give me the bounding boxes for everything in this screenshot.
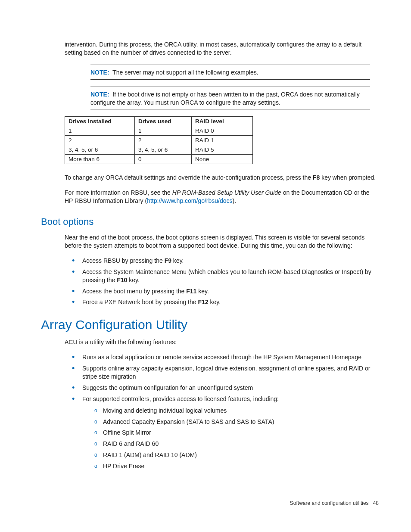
list-item: Offline Split Mirror bbox=[94, 429, 379, 437]
acu-intro: ACU is a utility with the following feat… bbox=[65, 338, 379, 346]
table-cell: RAID 5 bbox=[192, 145, 253, 155]
list-item: Supports online array capacity expansion… bbox=[72, 364, 379, 381]
note-label: NOTE: bbox=[90, 69, 109, 76]
page-content: intervention. During this process, the O… bbox=[0, 0, 411, 503]
acu-heading: Array Configuration Utility bbox=[41, 317, 379, 332]
acu-bullets: Runs as a local application or remote se… bbox=[41, 353, 379, 470]
boot-bullets: Access RBSU by pressing the F9 key. Acce… bbox=[41, 257, 379, 306]
intro-paragraph: intervention. During this process, the O… bbox=[65, 40, 379, 57]
text: For supported controllers, provides acce… bbox=[82, 395, 279, 402]
list-item: For supported controllers, provides acce… bbox=[72, 395, 379, 470]
text: To change any ORCA default settings and … bbox=[65, 174, 313, 181]
note-label: NOTE: bbox=[90, 91, 109, 98]
footer-text: Software and configuration utilities bbox=[290, 500, 369, 506]
list-item: HP Drive Erase bbox=[94, 462, 379, 470]
table-cell: None bbox=[192, 155, 253, 164]
text: key. bbox=[209, 299, 221, 305]
key-f10: F10 bbox=[117, 277, 127, 283]
rbsu-link[interactable]: http://www.hp.com/go/rbsu/docs bbox=[147, 197, 232, 204]
table-cell: RAID 0 bbox=[192, 126, 253, 136]
text: key when prompted. bbox=[320, 174, 376, 181]
list-item: RAID 1 (ADM) and RAID 10 (ADM) bbox=[94, 451, 379, 459]
page-number: 48 bbox=[373, 500, 379, 506]
table-cell: 3, 4, 5, or 6 bbox=[65, 145, 135, 155]
list-item: RAID 6 and RAID 60 bbox=[94, 440, 379, 448]
list-item: Moving and deleting individual logical v… bbox=[94, 407, 379, 415]
text: key. bbox=[171, 257, 184, 264]
boot-intro: Near the end of the boot process, the bo… bbox=[65, 233, 379, 250]
table-cell: 0 bbox=[135, 155, 192, 164]
change-settings-para: To change any ORCA default settings and … bbox=[65, 174, 379, 182]
list-item: Access the System Maintenance Menu (whic… bbox=[72, 268, 379, 284]
text: For more information on RBSU, see the bbox=[65, 189, 172, 196]
table-cell: 1 bbox=[135, 126, 192, 136]
note-box-1: NOTE: The server may not support all the… bbox=[90, 65, 370, 80]
text: key. bbox=[196, 288, 209, 295]
text: key. bbox=[127, 277, 140, 283]
table-cell: 1 bbox=[65, 126, 135, 136]
note-text: The server may not support all the follo… bbox=[112, 69, 258, 76]
table-cell: 2 bbox=[65, 136, 135, 145]
list-item: Force a PXE Network boot by pressing the… bbox=[72, 298, 379, 306]
table-header: Drives installed bbox=[65, 117, 135, 126]
list-item: Access RBSU by pressing the F9 key. bbox=[72, 257, 379, 265]
list-item: Advanced Capacity Expansion (SATA to SAS… bbox=[94, 418, 379, 426]
table-cell: 2 bbox=[135, 136, 192, 145]
table-header: Drives used bbox=[135, 117, 192, 126]
page-footer: Software and configuration utilities 48 bbox=[290, 500, 379, 506]
list-item: Suggests the optimum configuration for a… bbox=[72, 384, 379, 392]
note-text: If the boot drive is not empty or has be… bbox=[90, 91, 360, 106]
table-row: 2 2 RAID 1 bbox=[65, 136, 253, 145]
key-f9: F9 bbox=[165, 257, 171, 264]
table-row: More than 6 0 None bbox=[65, 155, 253, 164]
note-box-2: NOTE: If the boot drive is not empty or … bbox=[90, 87, 370, 110]
text: Force a PXE Network boot by pressing the bbox=[82, 299, 198, 305]
key-f11: F11 bbox=[186, 288, 196, 295]
key-f12: F12 bbox=[198, 299, 208, 305]
table-cell: 3, 4, 5, or 6 bbox=[135, 145, 192, 155]
table-row: 1 1 RAID 0 bbox=[65, 126, 253, 136]
table-header-row: Drives installed Drives used RAID level bbox=[65, 117, 253, 126]
table-row: 3, 4, 5, or 6 3, 4, 5, or 6 RAID 5 bbox=[65, 145, 253, 155]
list-item: Runs as a local application or remote se… bbox=[72, 353, 379, 361]
text: Access the boot menu by pressing the bbox=[82, 288, 186, 295]
acu-sub-bullets: Moving and deleting individual logical v… bbox=[82, 407, 379, 470]
boot-options-heading: Boot options bbox=[41, 216, 379, 227]
text: ). bbox=[233, 197, 237, 204]
table-header: RAID level bbox=[192, 117, 253, 126]
key-f8: F8 bbox=[313, 174, 320, 181]
list-item: Access the boot menu by pressing the F11… bbox=[72, 287, 379, 296]
text: Access RBSU by pressing the bbox=[82, 257, 165, 264]
guide-title: HP ROM-Based Setup Utility User Guide bbox=[172, 189, 281, 196]
table-cell: More than 6 bbox=[65, 155, 135, 164]
more-info-para: For more information on RBSU, see the HP… bbox=[65, 189, 379, 205]
raid-table: Drives installed Drives used RAID level … bbox=[65, 116, 253, 164]
table-cell: RAID 1 bbox=[192, 136, 253, 145]
